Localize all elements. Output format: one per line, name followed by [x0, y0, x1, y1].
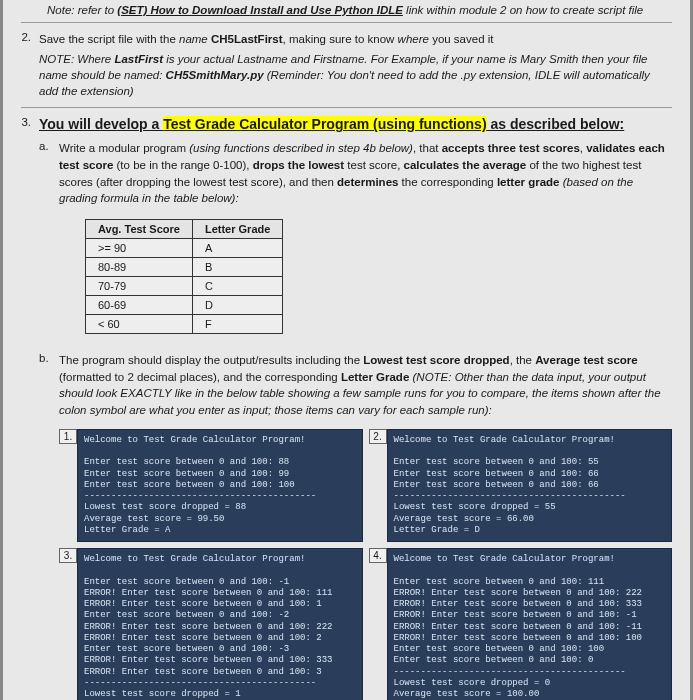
terminal-number: 3.: [59, 548, 77, 563]
item2-note: NOTE: Where LastFirst is your actual Las…: [39, 51, 672, 99]
grade-table: Avg. Test Score Letter Grade >= 90A 80-8…: [85, 219, 283, 334]
top-note-prefix: Note: refer to: [47, 4, 117, 16]
sub-item-a: a. Write a modular program (using functi…: [39, 140, 672, 207]
sub-a-body: Write a modular program (using functions…: [59, 140, 672, 207]
terminal-number: 4.: [369, 548, 387, 563]
cell-score: < 60: [86, 315, 193, 334]
top-note: Note: refer to (SET) How to Download Ins…: [21, 0, 672, 23]
text-bold: Average test score: [535, 354, 638, 366]
text: NOTE: Where: [39, 53, 114, 65]
item3-body: You will develop a Test Grade Calculator…: [39, 116, 672, 700]
table-header-row: Avg. Test Score Letter Grade: [86, 220, 283, 239]
text-bold: letter grade: [497, 176, 560, 188]
table-row: < 60F: [86, 315, 283, 334]
text: Write a modular program: [59, 142, 189, 154]
cell-grade: B: [192, 258, 282, 277]
terminal-wrap: 4. Welcome to Test Grade Calculator Prog…: [369, 548, 673, 700]
cell-grade: A: [192, 239, 282, 258]
text: , that: [413, 142, 442, 154]
top-note-link: (SET) How to Download Install and Use Py…: [117, 4, 403, 16]
text-bold: determines: [337, 176, 398, 188]
top-note-suffix: link within module 2 on how to create sc…: [403, 4, 643, 16]
cell-grade: D: [192, 296, 282, 315]
table-row: 80-89B: [86, 258, 283, 277]
terminal-output: Welcome to Test Grade Calculator Program…: [77, 548, 363, 700]
text: as described below:: [487, 116, 625, 132]
text-italic: (using functions described in step 4b be…: [189, 142, 413, 154]
text: (to be in the range 0-100),: [113, 159, 252, 171]
headline-highlight: Test Grade Calculator Program (using fun…: [163, 116, 486, 132]
text: You will develop a: [39, 116, 163, 132]
item3-number: 3.: [21, 116, 39, 700]
cell-score: 70-79: [86, 277, 193, 296]
text-bold: LastFirst: [114, 53, 163, 65]
cell-grade: C: [192, 277, 282, 296]
cell-score: >= 90: [86, 239, 193, 258]
text-bold: accepts three test scores: [442, 142, 580, 154]
table-row: >= 90A: [86, 239, 283, 258]
table-row: 70-79C: [86, 277, 283, 296]
sub-item-b: b. The program should display the output…: [39, 352, 672, 419]
document-page: Note: refer to (SET) How to Download Ins…: [0, 0, 693, 700]
sub-b-letter: b.: [39, 352, 59, 419]
terminal-wrap: 1. Welcome to Test Grade Calculator Prog…: [59, 429, 363, 542]
terminal-number: 2.: [369, 429, 387, 444]
cell-score: 60-69: [86, 296, 193, 315]
terminal-wrap: 2. Welcome to Test Grade Calculator Prog…: [369, 429, 673, 542]
item2-body: Save the script file with the name CH5La…: [39, 31, 672, 99]
text: (formatted to 2 decimal places), and the…: [59, 371, 341, 383]
table-row: 60-69D: [86, 296, 283, 315]
text: Save the script file with the: [39, 33, 179, 45]
text-italic: where: [398, 33, 429, 45]
text-bold: Lowest test score dropped: [363, 354, 509, 366]
terminal-number: 1.: [59, 429, 77, 444]
text-bold: drops the lowest: [253, 159, 344, 171]
text-bold: Letter Grade: [341, 371, 409, 383]
item2-number: 2.: [21, 31, 39, 99]
text: , making sure to know: [283, 33, 398, 45]
text-bold: calculates the average: [404, 159, 527, 171]
text: the corresponding: [398, 176, 496, 188]
text: , the: [510, 354, 536, 366]
list-item-3: 3. You will develop a Test Grade Calcula…: [21, 108, 672, 700]
cell-score: 80-89: [86, 258, 193, 277]
list-item-2: 2. Save the script file with the name CH…: [21, 23, 672, 108]
sub-a-letter: a.: [39, 140, 59, 207]
text: test score,: [344, 159, 403, 171]
filename: CH5SmithMary.py: [166, 69, 264, 81]
cell-grade: F: [192, 315, 282, 334]
text: The program should display the output/re…: [59, 354, 363, 366]
terminal-grid: 1. Welcome to Test Grade Calculator Prog…: [59, 429, 672, 700]
text-italic: name: [179, 33, 208, 45]
text: you saved it: [429, 33, 494, 45]
terminal-wrap: 3. Welcome to Test Grade Calculator Prog…: [59, 548, 363, 700]
th-score: Avg. Test Score: [86, 220, 193, 239]
headline: You will develop a Test Grade Calculator…: [39, 116, 672, 132]
terminal-output: Welcome to Test Grade Calculator Program…: [77, 429, 363, 542]
terminal-output: Welcome to Test Grade Calculator Program…: [387, 548, 673, 700]
sub-b-body: The program should display the output/re…: [59, 352, 672, 419]
filename: CH5LastFirst: [211, 33, 283, 45]
terminal-output: Welcome to Test Grade Calculator Program…: [387, 429, 673, 542]
th-grade: Letter Grade: [192, 220, 282, 239]
